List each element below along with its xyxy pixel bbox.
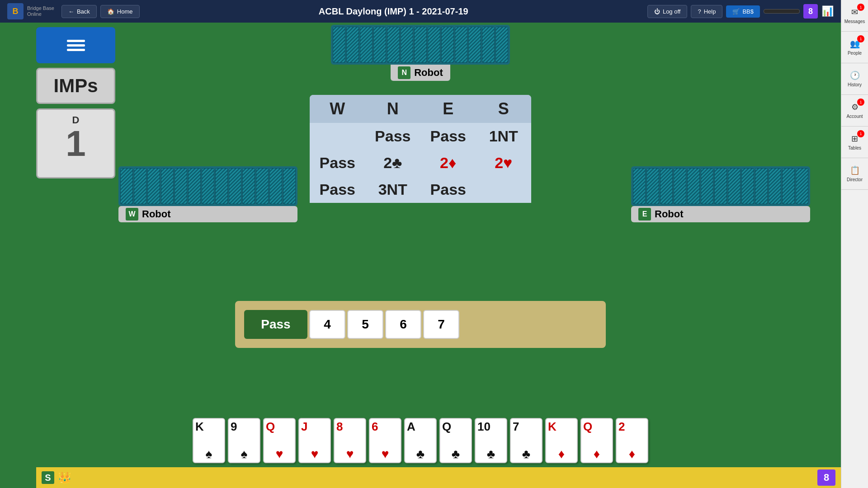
logo: B Bridge BaseOnline <box>7 3 54 19</box>
card-rank: 10 <box>477 421 491 432</box>
bid-4-button[interactable]: 4 <box>309 310 345 339</box>
sidebar-item-director[interactable]: 📋 Director <box>841 158 868 190</box>
card-back <box>741 168 754 204</box>
south-direction: S <box>42 471 54 484</box>
card-suit: ♦ <box>629 448 635 460</box>
sidebar-history-label: History <box>848 82 862 87</box>
dealer-box: D 1 <box>36 108 115 178</box>
card-suit: ♦ <box>558 448 565 460</box>
card-rank: Q <box>442 421 451 432</box>
pass-button[interactable]: Pass <box>244 310 307 339</box>
bbs-button[interactable]: 🛒 BB$ <box>726 5 760 18</box>
logo-icon: B <box>7 3 24 19</box>
sidebar-item-account[interactable]: ⚙ Account 1 <box>841 95 868 127</box>
card-rank: 7 <box>513 421 519 432</box>
card-back <box>660 168 673 204</box>
card-rank: J <box>301 421 307 432</box>
chart-icon[interactable]: 📊 <box>821 5 834 17</box>
card-rank: Q <box>266 421 275 432</box>
card-k-spade[interactable]: K ♠ <box>193 418 225 463</box>
card-rank: K <box>195 421 204 432</box>
east-player-label: E Robot <box>631 206 810 222</box>
card-back <box>468 27 481 63</box>
card-10-club[interactable]: 10 ♣ <box>475 418 507 463</box>
cart-icon: 🛒 <box>732 8 740 15</box>
card-q-club[interactable]: Q ♣ <box>439 418 472 463</box>
card-9-spade[interactable]: 9 ♠ <box>228 418 260 463</box>
bid-cell <box>476 178 532 201</box>
card-back <box>202 168 214 204</box>
north-player-label: N Robot <box>391 65 450 81</box>
card-back <box>188 168 201 204</box>
sidebar-item-tables[interactable]: ⊞ Tables 1 <box>841 127 868 158</box>
card-back <box>701 168 713 204</box>
card-back <box>482 27 495 63</box>
bid-col-n: N <box>365 99 421 118</box>
home-icon: 🏠 <box>107 8 114 15</box>
bid-7-button[interactable]: 7 <box>423 310 459 339</box>
card-q-diamond[interactable]: Q ♦ <box>580 418 613 463</box>
card-back <box>269 168 282 204</box>
bid-cell: 2♥ <box>476 151 532 174</box>
back-button[interactable]: ← Back <box>61 5 97 18</box>
west-hand-area: W Robot <box>118 166 297 222</box>
back-arrow-icon: ← <box>68 8 74 15</box>
card-rank: K <box>548 421 557 432</box>
bid-5-button[interactable]: 5 <box>347 310 383 339</box>
bid-cell: 2♦ <box>420 151 476 174</box>
card-a-club[interactable]: A ♣ <box>404 418 437 463</box>
sidebar-item-messages[interactable]: ✉ Messages 1 <box>841 0 868 32</box>
card-suit: ♠ <box>206 448 212 460</box>
card-back <box>687 168 700 204</box>
bid-col-s: S <box>476 99 532 118</box>
sidebar-director-label: Director <box>847 177 863 182</box>
card-suit: ♣ <box>522 448 530 460</box>
crown-icon: 👑 <box>58 471 71 484</box>
home-button[interactable]: 🏠 Home <box>100 5 140 18</box>
card-2-diamond[interactable]: 2 ♦ <box>616 418 648 463</box>
card-back <box>346 27 359 63</box>
bid-cell: Pass <box>420 125 476 148</box>
power-icon: ⏻ <box>654 8 660 15</box>
west-player-label: W Robot <box>118 206 297 222</box>
bid-cell: Pass <box>310 178 365 201</box>
sidebar-messages-label: Messages <box>844 19 865 24</box>
sidebar-item-history[interactable]: 🕐 History <box>841 63 868 95</box>
bid-col-e: E <box>420 99 476 118</box>
imps-button[interactable]: IMPs <box>36 68 115 104</box>
main-game-area: B Bridge BaseOnline ← Back 🏠 Home ACBL D… <box>0 0 841 488</box>
card-back <box>161 168 174 204</box>
sidebar-account-label: Account <box>846 114 863 119</box>
header-left: B Bridge BaseOnline ← Back 🏠 Home <box>7 3 140 19</box>
west-cards <box>118 166 297 206</box>
card-k-diamond[interactable]: K ♦ <box>545 418 578 463</box>
card-6-heart[interactable]: 6 ♥ <box>369 418 401 463</box>
card-suit: ♣ <box>487 448 495 460</box>
card-back <box>134 168 146 204</box>
card-q-heart[interactable]: Q ♥ <box>263 418 296 463</box>
hamburger-icon <box>67 40 85 51</box>
bid-row: Pass 3NT Pass <box>310 176 531 203</box>
card-7-club[interactable]: 7 ♣ <box>510 418 542 463</box>
card-8-heart[interactable]: 8 ♥ <box>334 418 366 463</box>
card-suit: ♣ <box>416 448 425 460</box>
logoff-button[interactable]: ⏻ Log off <box>647 5 688 18</box>
bid-table-header: W N E S <box>310 95 531 123</box>
card-back <box>441 27 454 63</box>
card-back <box>782 168 795 204</box>
bbs-label: BB$ <box>742 8 754 15</box>
card-rank: A <box>407 421 415 432</box>
logoff-label: Log off <box>663 8 681 15</box>
card-j-heart[interactable]: J ♥ <box>298 418 331 463</box>
dealer-number: 1 <box>66 126 86 162</box>
bid-cell <box>310 125 365 148</box>
home-label: Home <box>117 8 133 15</box>
sidebar-item-people[interactable]: 👥 People 1 <box>841 32 868 63</box>
card-back <box>120 168 133 204</box>
bid-6-button[interactable]: 6 <box>385 310 421 339</box>
card-back <box>728 168 741 204</box>
help-button[interactable]: ? Help <box>691 5 722 18</box>
menu-button[interactable] <box>36 27 115 63</box>
bid-cell: 2♣ <box>365 151 421 174</box>
action-bar: Pass 4 5 6 7 <box>235 301 606 348</box>
